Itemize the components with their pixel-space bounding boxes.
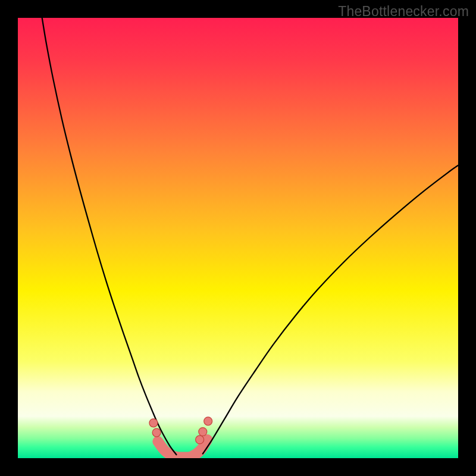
chart-svg [18, 18, 458, 458]
data-marker [149, 419, 158, 427]
data-marker [152, 428, 161, 437]
watermark-text: TheBottlenecker.com [338, 4, 469, 20]
data-marker [199, 428, 207, 436]
data-marker [196, 436, 204, 444]
chart-container: TheBottlenecker.com [0, 0, 476, 476]
plot-area [18, 18, 458, 458]
gradient-background [18, 18, 458, 458]
data-marker [204, 417, 212, 425]
